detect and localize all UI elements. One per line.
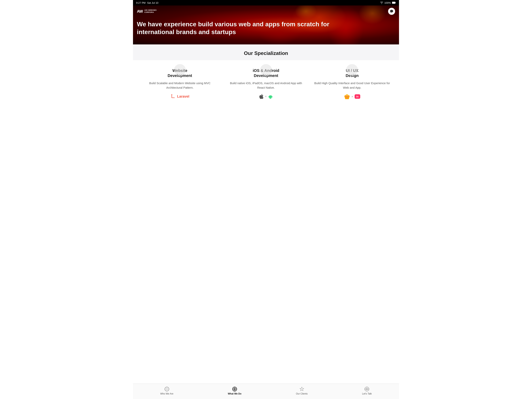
status-bar-left: 9:27 PM Sat Jul 10 <box>136 1 158 4</box>
battery-icon <box>392 1 396 4</box>
website-dev-tech: Laravel <box>141 94 219 99</box>
hero-content: We have experience build various web and… <box>133 17 399 42</box>
android-icon <box>268 94 273 99</box>
apple-icon <box>259 94 263 99</box>
website-dev-desc: Build Scalable and Modern Website using … <box>141 81 219 90</box>
wifi-icon <box>380 1 383 4</box>
specialization-section: Our Specialization <box>133 45 399 60</box>
uiux-card: UI / UX Design Build High Quality Interf… <box>309 66 395 99</box>
battery-level: 100% <box>384 1 391 4</box>
website-dev-icon-bg <box>174 64 186 76</box>
website-dev-card: Website Development Build Scalable and M… <box>137 66 223 99</box>
hero-section: AW ADI WIBOWO CORPORA We have experience… <box>133 6 399 45</box>
uiux-icon-bg <box>346 64 358 76</box>
ios-android-tech: × <box>227 94 305 99</box>
logo-area: AW ADI WIBOWO CORPORA <box>137 9 157 14</box>
invision-badge: in <box>355 94 360 99</box>
status-bar: 9:27 PM Sat Jul 10 100% <box>133 0 399 6</box>
ios-android-icon-bg <box>260 64 272 76</box>
svg-rect-2 <box>395 2 396 3</box>
uiux-desc: Build High Quality Interface and Good Us… <box>313 81 391 90</box>
chat-icon <box>390 9 393 13</box>
hero-nav: AW ADI WIBOWO CORPORA <box>133 6 399 17</box>
hero-title: We have experience build various web and… <box>137 20 356 36</box>
svg-rect-1 <box>392 2 395 4</box>
logo-initials: AW <box>137 9 143 14</box>
status-bar-right: 100% <box>380 1 396 4</box>
ios-android-card: iOS & Android Development Build native i… <box>223 66 309 99</box>
ios-android-desc: Build native iOS, iPadOS, macOS and Andr… <box>227 81 305 90</box>
logo-text: ADI WIBOWO CORPORA <box>144 9 157 13</box>
section-title: Our Specialization <box>137 50 395 56</box>
tech-separator-2: × <box>351 95 353 98</box>
service-cards-section: Website Development Build Scalable and M… <box>133 60 399 107</box>
tech-separator-1: × <box>265 95 266 98</box>
sketch-icon <box>344 94 350 99</box>
status-time: 9:27 PM <box>136 1 146 4</box>
content-spacer <box>133 107 399 175</box>
uiux-tech: × in <box>313 94 391 99</box>
laravel-label: Laravel <box>177 95 189 99</box>
chat-button[interactable] <box>388 8 395 15</box>
laravel-logo: Laravel <box>170 94 189 99</box>
status-date: Sat Jul 10 <box>147 1 158 4</box>
laravel-icon <box>170 94 176 99</box>
